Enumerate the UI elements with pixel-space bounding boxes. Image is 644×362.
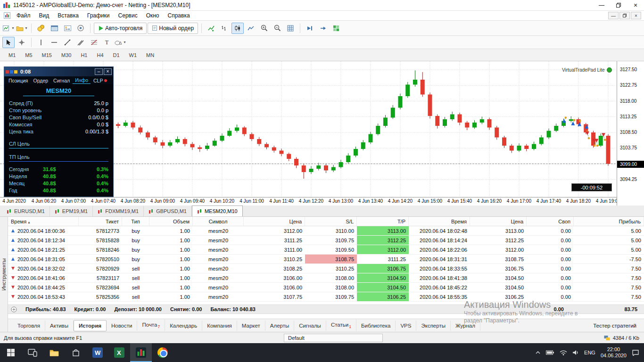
line-chart-type-button[interactable] (245, 23, 257, 34)
vtp-tab-Сигнал[interactable]: Сигнал (51, 77, 72, 84)
new-order-button[interactable]: Новый ордер (148, 23, 198, 34)
history-row[interactable]: 2020.06.04 18:00:3657812773buy1.00mesm20… (8, 226, 644, 236)
auto-scroll-button[interactable] (317, 23, 329, 34)
toolbox-tab-VPS[interactable]: VPS (396, 321, 416, 331)
menu-item-Вид[interactable]: Вид (35, 11, 54, 20)
bar-chart-type-button[interactable] (218, 23, 231, 34)
file-explorer-button[interactable] (43, 343, 65, 362)
trendline-button[interactable] (61, 37, 74, 48)
vertical-line-button[interactable] (35, 37, 47, 48)
horizontal-line-button[interactable] (48, 37, 60, 48)
profile-selector[interactable]: Default (284, 334, 383, 342)
zoom-out-button[interactable] (271, 23, 283, 34)
vtp-minimize-button[interactable]: – (95, 68, 103, 75)
data-window-button[interactable] (48, 23, 60, 34)
chart-tab-MESM20,M10[interactable]: MESM20,M10 (192, 206, 243, 216)
volume-icon[interactable] (572, 350, 579, 355)
chart-x-axis[interactable]: 4 Jun 20204 Jun 06:204 Jun 07:004 Jun 07… (0, 197, 617, 206)
menu-item-Справка[interactable]: Справка (164, 11, 194, 20)
timeframe-button-M15[interactable]: M15 (37, 50, 57, 60)
profiles-button[interactable]: ▾ (16, 23, 28, 34)
chart-tab-EPM19,M1[interactable]: EPM19,M1 (50, 206, 93, 216)
market-watch-button[interactable] (35, 23, 47, 34)
action-center-icon[interactable] (632, 349, 639, 356)
history-row[interactable]: 2020.06.04 18:21:2557818246buy1.00mesm20… (8, 245, 644, 255)
toolbox-tab-Компания[interactable]: Компания (202, 321, 237, 331)
start-button[interactable] (0, 343, 22, 362)
chart-price-axis[interactable]: 3127.503122.753118.003113.253108.503103.… (617, 61, 644, 206)
candle-chart-type-button[interactable] (231, 23, 244, 34)
toolbox-tab-Алерты[interactable]: Алерты (265, 321, 294, 331)
vtp-close-button[interactable]: × (104, 68, 112, 75)
vtp-title-bar[interactable]: 0:08 – × (4, 67, 113, 76)
column-header-7[interactable]: T/P (357, 217, 409, 226)
timeframe-button-W1[interactable]: W1 (124, 50, 142, 60)
fibonacci-button[interactable] (88, 37, 100, 48)
toolbox-sidebar[interactable]: Инструменты (0, 217, 8, 332)
menu-item-Сервис[interactable]: Сервис (114, 11, 142, 20)
close-button[interactable]: × (627, 0, 644, 10)
column-header-4[interactable]: Символ (193, 217, 244, 226)
menu-item-Окно[interactable]: Окно (142, 11, 164, 20)
timeframe-button-M30[interactable]: M30 (57, 50, 76, 60)
column-header-3[interactable]: Объем (149, 217, 193, 226)
history-row[interactable]: 2020.06.04 18:41:0657823117sell1.00mesm2… (8, 273, 644, 283)
crosshair-button[interactable] (16, 37, 28, 48)
shapes-button[interactable]: ▾ (114, 37, 126, 48)
column-header-5[interactable]: Цена (244, 217, 305, 226)
toolbox-tab-Новости[interactable]: Новости (107, 321, 138, 331)
mdi-minimize-button[interactable]: — (608, 12, 619, 19)
timeframe-button-D1[interactable]: D1 (108, 50, 124, 60)
history-row[interactable]: 2020.06.04 18:44:2557823694sell1.00mesm2… (8, 283, 644, 292)
toolbox-tab-Торговля[interactable]: Торговля (13, 321, 45, 331)
vtp-tab-Позиция[interactable]: Позиция (6, 77, 31, 84)
vtp-tab-Ордер[interactable]: Ордер (31, 77, 51, 84)
autotrade-button[interactable]: Авто-торговля (94, 23, 147, 34)
language-indicator[interactable]: ENG (584, 350, 595, 355)
column-header-11[interactable]: Прибыль (574, 217, 644, 226)
menu-item-Файл[interactable]: Файл (12, 11, 35, 20)
minimize-button[interactable]: — (593, 0, 610, 10)
toolbox-tab-Библиотека[interactable]: Библиотека (356, 321, 396, 331)
toolbox-tab-Календарь[interactable]: Календарь (165, 321, 202, 331)
equidistant-channel-button[interactable] (74, 37, 87, 48)
restore-button[interactable] (610, 0, 627, 10)
history-row[interactable]: 2020.06.04 18:31:0557820510buy1.00mesm20… (8, 255, 644, 264)
menu-item-Графики[interactable]: Графики (83, 11, 114, 20)
history-row[interactable]: 2020.06.04 18:53:4357825356sell1.00mesm2… (8, 292, 644, 302)
column-header-0[interactable]: Время ▲ (8, 217, 79, 226)
column-header-2[interactable]: Тип (122, 217, 149, 226)
metatrader-button[interactable] (130, 343, 152, 362)
toolbox-tab-Активы[interactable]: Активы (45, 321, 74, 331)
column-header-10[interactable]: Своп (527, 217, 574, 226)
toolbox-tab-Журнал[interactable]: Журнал (451, 321, 480, 331)
store-button[interactable] (65, 343, 87, 362)
menu-item-Вставка[interactable]: Вставка (53, 11, 83, 20)
mdi-close-button[interactable]: × (631, 12, 641, 19)
new-chart-button[interactable]: ▾ (2, 23, 15, 34)
summary-expand-icon[interactable] (11, 306, 17, 313)
vtp-tab-CLP[interactable]: CLP (91, 77, 109, 84)
timeframe-button-M5[interactable]: M5 (20, 50, 37, 60)
column-header-6[interactable]: S/L (305, 217, 357, 226)
zoom-in-button[interactable] (258, 23, 270, 34)
chart-tab-GBPUSD,M1[interactable]: GBPUSD,M1 (144, 206, 192, 216)
period-grid-button[interactable] (284, 23, 297, 34)
toolbox-tab-Статьи[interactable]: Статьи1 (326, 320, 356, 331)
battery-icon[interactable] (546, 350, 554, 355)
timeframe-button-MN[interactable]: MN (141, 50, 159, 60)
excel-button[interactable]: X (108, 343, 130, 362)
cursor-button[interactable] (2, 37, 15, 48)
task-view-button[interactable] (22, 343, 43, 362)
column-header-9[interactable]: Цена (470, 217, 527, 226)
column-header-1[interactable]: Тикет (79, 217, 122, 226)
taskbar-clock[interactable]: 22:00 04.06.2020 (601, 346, 627, 359)
navigator-button[interactable] (61, 23, 74, 34)
toolbox-tab-Почта[interactable]: Почта7 (137, 320, 165, 331)
chart-tab-FDXMM19,M1[interactable]: FDXMM19,M1 (93, 206, 144, 216)
virtualtradepad-panel[interactable]: 0:08 – × ПозицияОрдерСигналИнфоCLP MESM2… (4, 66, 114, 197)
tile-windows-button[interactable] (330, 23, 342, 34)
tray-chevron-icon[interactable] (535, 351, 541, 354)
text-button[interactable]: T (101, 37, 113, 48)
toolbox-tab-Сигналы[interactable]: Сигналы (294, 321, 326, 331)
